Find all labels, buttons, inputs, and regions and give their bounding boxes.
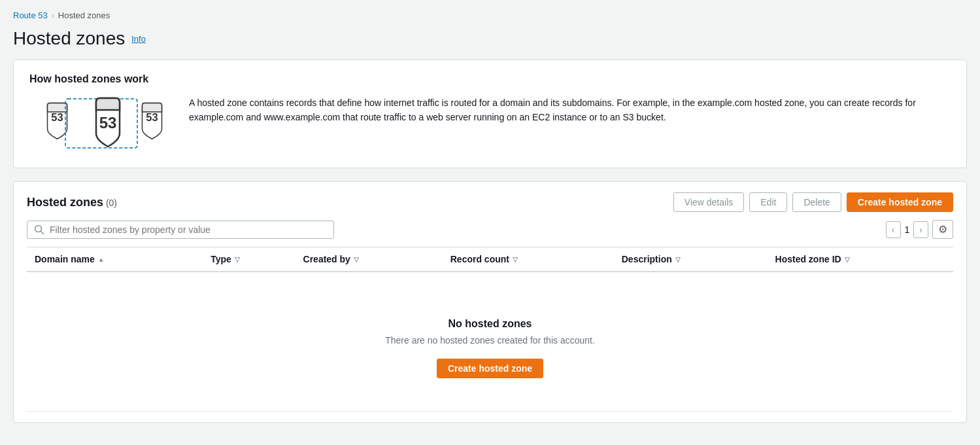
next-page-button[interactable]: › xyxy=(913,221,928,238)
panel-title-group: Hosted zones (0) xyxy=(27,196,117,209)
search-input[interactable] xyxy=(50,224,327,235)
info-link[interactable]: Info xyxy=(131,34,146,44)
sort-asc-icon: ▲ xyxy=(98,256,105,263)
delete-button[interactable]: Delete xyxy=(792,192,841,212)
create-hosted-zone-button-empty[interactable]: Create hosted zone xyxy=(437,359,543,378)
col-description[interactable]: Description ▽ xyxy=(614,247,768,272)
svg-text:53: 53 xyxy=(51,111,63,123)
col-domain-name[interactable]: Domain name ▲ xyxy=(27,247,203,272)
empty-state-cell: No hosted zones There are no hosted zone… xyxy=(27,272,953,412)
info-panel-content: 53 53 53 xyxy=(29,96,951,154)
search-row: ‹ 1 › ⚙ xyxy=(27,220,953,239)
panel-title: Hosted zones xyxy=(27,196,103,209)
col-type[interactable]: Type ▽ xyxy=(203,247,295,272)
empty-state: No hosted zones There are no hosted zone… xyxy=(35,279,945,404)
info-description: A hosted zone contains records that defi… xyxy=(189,96,951,125)
search-icon xyxy=(34,224,44,235)
col-hosted-zone-id[interactable]: Hosted zone ID ▽ xyxy=(768,247,953,272)
sort-none-icon-record-count: ▽ xyxy=(513,256,518,263)
breadcrumb-current: Hosted zones xyxy=(58,10,110,20)
svg-text:53: 53 xyxy=(146,111,158,123)
search-box xyxy=(27,221,334,239)
col-record-count[interactable]: Record count ▽ xyxy=(443,247,614,272)
settings-button[interactable]: ⚙ xyxy=(932,220,953,239)
info-panel: How hosted zones work 53 53 xyxy=(13,60,967,168)
prev-page-button[interactable]: ‹ xyxy=(886,221,901,238)
sort-none-icon-description: ▽ xyxy=(675,256,681,263)
empty-description: There are no hosted zones created for th… xyxy=(48,335,932,346)
page-title: Hosted zones xyxy=(13,28,125,49)
panel-count: (0) xyxy=(106,198,117,208)
breadcrumb-parent[interactable]: Route 53 xyxy=(13,10,48,20)
table-body: No hosted zones There are no hosted zone… xyxy=(27,272,953,412)
col-created-by[interactable]: Created by ▽ xyxy=(296,247,443,272)
sort-none-icon-type: ▽ xyxy=(235,256,240,263)
sort-none-icon-hz-id: ▽ xyxy=(845,256,850,263)
sort-none-icon-created-by: ▽ xyxy=(354,256,359,263)
page-title-row: Hosted zones Info xyxy=(13,28,967,49)
edit-button[interactable]: Edit xyxy=(749,192,787,212)
breadcrumb: Route 53 › Hosted zones xyxy=(13,10,967,20)
table-header-row: Domain name ▲ Type ▽ Created by ▽ xyxy=(27,247,953,272)
main-panel: Hosted zones (0) View details Edit Delet… xyxy=(13,181,967,423)
create-hosted-zone-button-top[interactable]: Create hosted zone xyxy=(847,192,953,212)
hosted-zones-table: Domain name ▲ Type ▽ Created by ▽ xyxy=(27,247,953,412)
breadcrumb-separator: › xyxy=(52,11,54,20)
info-panel-title: How hosted zones work xyxy=(29,73,951,85)
empty-title: No hosted zones xyxy=(48,318,932,330)
panel-header: Hosted zones (0) View details Edit Delet… xyxy=(27,192,953,212)
svg-line-5 xyxy=(41,231,44,234)
page-number: 1 xyxy=(905,224,910,235)
svg-text:53: 53 xyxy=(99,114,117,132)
header-actions: View details Edit Delete Create hosted z… xyxy=(673,192,953,212)
view-details-button[interactable]: View details xyxy=(673,192,744,212)
route53-logo: 53 53 53 xyxy=(29,96,173,154)
pagination-controls: ‹ 1 › ⚙ xyxy=(886,220,953,239)
empty-state-row: No hosted zones There are no hosted zone… xyxy=(27,272,953,412)
